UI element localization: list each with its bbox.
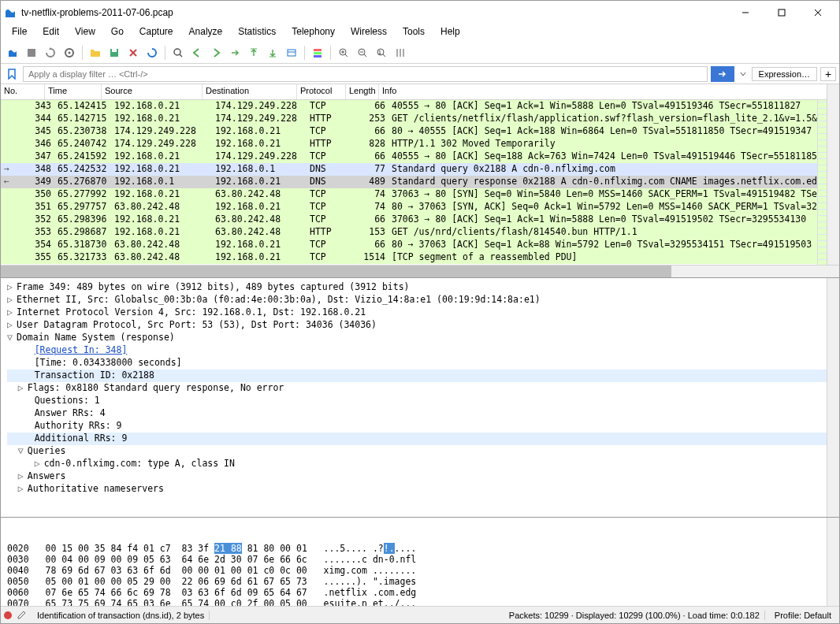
packet-row[interactable]: 35365.298687192.168.0.2163.80.242.48HTTP… (1, 226, 839, 239)
add-filter-button[interactable]: + (820, 67, 836, 81)
zoom-in-icon[interactable] (335, 44, 352, 61)
detail-ip[interactable]: Internet Protocol Version 4, Src: 192.16… (17, 306, 366, 318)
packet-row[interactable]: →34865.242532192.168.0.21192.168.0.1DNS7… (1, 163, 839, 176)
packet-row[interactable]: 34565.230738174.129.249.228192.168.0.21T… (1, 125, 839, 138)
packet-row[interactable]: 35165.29775763.80.242.48192.168.0.21TCP7… (1, 201, 839, 214)
packet-row[interactable]: ←34965.276870192.168.0.1192.168.0.21DNS4… (1, 176, 839, 188)
packet-row[interactable]: 34665.240742174.129.249.228192.168.0.21H… (1, 138, 839, 150)
hex-row[interactable]: 0030 00 04 00 09 00 09 05 63 64 6e 2d 30… (7, 554, 833, 565)
menu-file[interactable]: File (4, 24, 35, 42)
expand-icon[interactable]: ▷ (7, 294, 17, 305)
expand-icon[interactable]: ▷ (7, 306, 17, 318)
detail-ethernet[interactable]: Ethernet II, Src: Globalsc_00:3b:0a (f0:… (17, 294, 541, 305)
go-to-packet-icon[interactable] (226, 44, 243, 61)
packet-row[interactable]: 35565.32173363.80.242.48192.168.0.21TCP1… (1, 251, 839, 264)
zoom-out-icon[interactable] (354, 44, 371, 61)
detail-questions[interactable]: Questions: 1 (35, 395, 100, 406)
restart-capture-icon[interactable] (42, 44, 59, 61)
detail-additional-rrs[interactable]: Additional RRs: 9 (35, 433, 128, 444)
detail-queries[interactable]: Queries (28, 445, 65, 456)
menu-analyze[interactable]: Analyze (181, 24, 231, 42)
packet-minimap[interactable] (817, 100, 827, 265)
expand-icon[interactable]: ▷ (7, 319, 17, 330)
hex-row[interactable]: 0020 00 15 00 35 84 f4 01 c7 83 3f 21 88… (7, 543, 833, 554)
stop-capture-icon[interactable] (23, 44, 40, 61)
detail-flags[interactable]: Flags: 0x8180 Standard query response, N… (28, 382, 284, 393)
hex-vscroll[interactable] (827, 518, 839, 606)
packet-row[interactable]: 34765.241592192.168.0.21174.129.249.228T… (1, 150, 839, 163)
menu-help[interactable]: Help (433, 24, 468, 42)
hex-row[interactable]: 0050 05 00 01 00 00 05 29 00 22 06 69 6d… (7, 576, 833, 587)
save-file-icon[interactable] (106, 44, 123, 61)
hex-row[interactable]: 0060 07 6e 65 74 66 6c 69 78 03 63 6f 6d… (7, 587, 833, 598)
detail-query-item[interactable]: cdn-0.nflximg.com: type A, class IN (44, 458, 235, 469)
auto-scroll-icon[interactable] (283, 44, 300, 61)
menu-view[interactable]: View (67, 24, 103, 42)
menu-tools[interactable]: Tools (395, 24, 433, 42)
maximize-button[interactable] (764, 1, 800, 24)
menu-capture[interactable]: Capture (132, 24, 181, 42)
menu-telephony[interactable]: Telephony (284, 24, 343, 42)
menu-wireless[interactable]: Wireless (343, 24, 395, 42)
detail-dns-time[interactable]: [Time: 0.034338000 seconds] (35, 357, 182, 368)
menu-edit[interactable]: Edit (35, 24, 67, 42)
detail-authority-rrs[interactable]: Authority RRs: 9 (35, 420, 122, 431)
expand-icon[interactable]: ▷ (18, 483, 28, 494)
go-back-icon[interactable] (188, 44, 206, 61)
zoom-reset-icon[interactable]: 1 (373, 44, 390, 61)
column-destination[interactable]: Destination (203, 84, 297, 99)
detail-answers[interactable]: Answers (28, 470, 65, 481)
column-source[interactable]: Source (102, 84, 203, 99)
open-file-icon[interactable] (87, 44, 104, 61)
packet-details-pane[interactable]: ▷Frame 349: 489 bytes on wire (3912 bits… (1, 278, 839, 518)
find-packet-icon[interactable] (169, 44, 187, 61)
column-length[interactable]: Length (346, 84, 379, 99)
go-last-icon[interactable] (264, 44, 281, 61)
column-info[interactable]: Info (379, 84, 839, 99)
detail-dns[interactable]: Domain Name System (response) (17, 332, 175, 343)
details-vscroll[interactable] (827, 278, 839, 517)
expand-icon[interactable]: ▷ (35, 458, 44, 469)
column-no[interactable]: No. (1, 84, 45, 99)
capture-options-icon[interactable] (61, 44, 78, 61)
packet-bytes-pane[interactable]: 0020 00 15 00 35 84 f4 01 c7 83 3f 21 88… (1, 518, 839, 606)
edit-capture-icon[interactable] (17, 609, 28, 622)
packet-row[interactable]: 34465.142715192.168.0.21174.129.249.228H… (1, 113, 839, 125)
packet-row[interactable]: 34365.142415192.168.0.21174.129.249.228T… (1, 100, 839, 113)
column-time[interactable]: Time (45, 84, 102, 99)
expand-icon[interactable]: ▷ (18, 382, 28, 393)
colorize-icon[interactable] (309, 44, 326, 61)
close-button[interactable] (800, 1, 836, 24)
go-first-icon[interactable] (245, 44, 262, 61)
packet-list-vscroll[interactable] (827, 84, 839, 265)
hex-row[interactable]: 0040 78 69 6d 67 03 63 6f 6d 00 00 01 00… (7, 565, 833, 576)
packet-list-hscroll[interactable] (1, 265, 839, 277)
go-forward-icon[interactable] (207, 44, 225, 61)
expand-icon[interactable]: ▷ (18, 470, 28, 481)
start-capture-icon[interactable] (4, 44, 21, 61)
expression-button[interactable]: Expression… (752, 67, 817, 81)
detail-udp[interactable]: User Datagram Protocol, Src Port: 53 (53… (17, 319, 377, 330)
expand-icon[interactable]: ▷ (7, 281, 17, 292)
filter-bookmark-icon[interactable] (4, 66, 20, 82)
detail-transaction-id[interactable]: Transaction ID: 0x2188 (35, 370, 154, 381)
collapse-icon[interactable]: ▽ (7, 332, 17, 343)
packet-row[interactable]: 35465.31873063.80.242.48192.168.0.21TCP6… (1, 239, 839, 251)
status-profile[interactable]: Profile: Default (770, 611, 836, 620)
resize-columns-icon[interactable] (392, 44, 409, 61)
column-protocol[interactable]: Protocol (297, 84, 346, 99)
menu-statistics[interactable]: Statistics (230, 24, 284, 42)
apply-filter-button[interactable] (711, 66, 734, 82)
detail-frame[interactable]: Frame 349: 489 bytes on wire (3912 bits)… (17, 281, 410, 292)
minimize-button[interactable] (727, 1, 764, 24)
reload-icon[interactable] (143, 44, 161, 61)
collapse-icon[interactable]: ▽ (18, 445, 28, 456)
filter-history-dropdown[interactable] (738, 66, 749, 82)
close-file-icon[interactable] (125, 44, 142, 61)
detail-auth-ns[interactable]: Authoritative nameservers (28, 483, 164, 494)
packet-row[interactable]: 35065.277992192.168.0.2163.80.242.48TCP7… (1, 188, 839, 201)
packet-row[interactable]: 35265.298396192.168.0.2163.80.242.48TCP6… (1, 214, 839, 226)
menu-go[interactable]: Go (103, 24, 132, 42)
display-filter-input[interactable] (23, 66, 708, 82)
request-in-link[interactable]: [Request In: 348] (35, 344, 128, 355)
